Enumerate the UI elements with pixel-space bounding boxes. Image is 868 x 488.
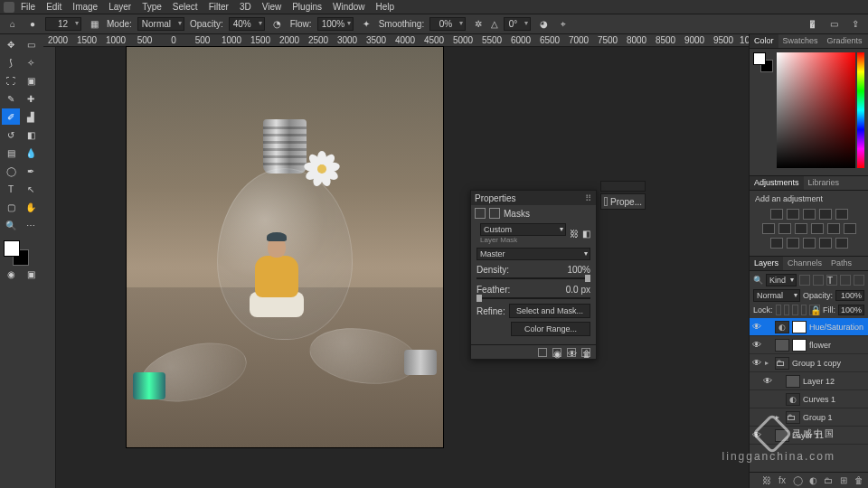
smoothing-settings-icon[interactable]: ✲ [471, 17, 486, 32]
heal-tool-icon[interactable]: ✚ [22, 90, 40, 107]
layer-name[interactable]: Layer 11 [792, 431, 866, 440]
layer-name[interactable]: Curves 1 [803, 395, 866, 404]
tab-paths[interactable]: Paths [826, 257, 856, 270]
layer-thumb[interactable] [786, 375, 800, 388]
wand-tool-icon[interactable]: ✧ [22, 54, 40, 70]
filter-shape-icon[interactable] [840, 275, 851, 286]
adj-brightness-icon[interactable] [770, 209, 783, 220]
eraser-tool-icon[interactable]: ◧ [22, 127, 40, 143]
ruler-horizontal[interactable]: 2000150010005000500100015002000250030003… [43, 34, 749, 47]
adj-bw-icon[interactable] [795, 223, 807, 234]
layer-name[interactable]: Group 1 [803, 413, 866, 422]
feather-slider[interactable] [476, 297, 590, 299]
brush-panel-icon[interactable]: ▦ [87, 17, 101, 32]
properties-collapsed-tab[interactable]: Prope... [600, 193, 646, 210]
float-tab-header[interactable] [600, 181, 646, 192]
brush-tool-icon[interactable]: ✐ [2, 108, 20, 125]
adj-photofilter-icon[interactable] [811, 223, 824, 234]
new-layer-icon[interactable]: ⊞ [838, 475, 849, 486]
fx-icon[interactable]: fx [777, 475, 788, 486]
layer-row[interactable]: 👁Hue/Saturation 1 [750, 318, 868, 336]
layer-row[interactable]: 👁▸🗀Group 1 copy [750, 354, 868, 372]
color-picker[interactable] [750, 49, 868, 175]
layer-row[interactable]: 👁flower [750, 336, 868, 354]
menu-layer[interactable]: Layer [104, 2, 136, 12]
menu-image[interactable]: Image [68, 2, 102, 12]
filter-kind-dropdown[interactable]: Kind [766, 274, 797, 286]
density-value[interactable]: 100% [567, 265, 590, 275]
frame-tool-icon[interactable]: ▣ [22, 72, 40, 89]
tab-color[interactable]: Color [750, 34, 778, 48]
color-field[interactable] [777, 52, 855, 168]
lock-transparent-icon[interactable] [776, 305, 781, 315]
visibility-icon[interactable]: 👁 [762, 376, 773, 386]
adj-invert-icon[interactable] [770, 238, 783, 249]
tab-libraries[interactable]: Libraries [804, 176, 844, 190]
adj-colorbalance-icon[interactable] [778, 223, 791, 234]
layer-row[interactable]: 👁 Layer 12 [750, 372, 868, 390]
select-and-mask-button[interactable]: Select and Mask... [509, 304, 590, 318]
group-icon[interactable]: 🗀 [823, 475, 834, 486]
tab-gradients[interactable]: Gradients [823, 34, 867, 48]
mask-thumb[interactable] [792, 339, 807, 352]
filter-type-icon[interactable]: T [826, 275, 837, 286]
adj-posterize-icon[interactable] [787, 238, 799, 249]
share-icon[interactable]: ⇪ [848, 17, 863, 32]
edit-toolbar-icon[interactable]: ⋯ [22, 217, 40, 233]
adj-levels-icon[interactable] [787, 209, 799, 220]
layer-row[interactable]: Curves 1 [750, 390, 868, 408]
canvas-area[interactable] [56, 47, 749, 488]
filter-adj-icon[interactable] [813, 275, 824, 286]
channel-dropdown[interactable]: Master [476, 248, 590, 260]
layer-thumb[interactable] [775, 339, 789, 352]
pressure-opacity-icon[interactable]: ◔ [270, 17, 285, 32]
menu-edit[interactable]: Edit [42, 2, 66, 12]
delete-mask-icon[interactable]: 🗑 [581, 348, 590, 357]
density-slider[interactable] [476, 277, 590, 279]
tab-channels[interactable]: Channels [783, 257, 826, 270]
smoothing-value[interactable]: 0% [429, 17, 466, 31]
lock-position-icon[interactable] [792, 305, 797, 315]
crop-tool-icon[interactable]: ⛶ [2, 72, 20, 89]
visibility-icon[interactable]: 👁 [751, 430, 762, 440]
hand-tool-icon[interactable]: ✋ [22, 199, 40, 215]
ruler-vertical[interactable] [43, 47, 56, 488]
zoom-tool-icon[interactable]: 🔍 [2, 217, 20, 233]
visibility-icon[interactable]: 👁 [751, 322, 762, 332]
flow-value[interactable]: 100% [317, 17, 354, 31]
adj-channelmixer-icon[interactable] [827, 223, 840, 234]
apply-mask-icon[interactable]: ◉ [552, 348, 561, 357]
menu-help[interactable]: Help [372, 2, 400, 12]
blend-mode-dropdown[interactable]: Normal [137, 17, 184, 31]
angle-value[interactable]: 0° [504, 17, 531, 31]
gradient-tool-icon[interactable]: ▤ [2, 145, 20, 161]
layer-thumb[interactable] [775, 429, 789, 442]
quickmask-icon[interactable]: ◉ [2, 266, 20, 282]
link-layers-icon[interactable]: ⛓ [761, 475, 772, 486]
adj-selective-icon[interactable] [835, 238, 848, 249]
color-range-button[interactable]: Color Range... [511, 322, 590, 336]
menu-filter[interactable]: Filter [204, 2, 233, 12]
menu-file[interactable]: File [16, 2, 40, 12]
dodge-tool-icon[interactable]: ◯ [2, 163, 20, 179]
marquee-tool-icon[interactable]: ▭ [22, 36, 40, 52]
layer-name[interactable]: Hue/Saturation 1 [809, 323, 866, 332]
adj-lookup-icon[interactable] [844, 223, 856, 234]
opacity-value[interactable]: 40% [229, 17, 265, 31]
pen-tool-icon[interactable]: ✒ [22, 163, 40, 179]
color-swatch[interactable] [2, 239, 38, 264]
adj-vibrance-icon[interactable] [835, 209, 848, 220]
move-tool-icon[interactable]: ✥ [2, 36, 20, 52]
tab-layers[interactable]: Layers [750, 257, 783, 270]
symmetry-icon[interactable]: ⌖ [556, 17, 571, 32]
lock-artboard-icon[interactable] [801, 305, 807, 315]
load-selection-icon[interactable] [538, 348, 547, 357]
lock-all-icon[interactable]: 🔒 [809, 305, 820, 315]
filter-pixel-icon[interactable] [799, 275, 810, 286]
workspace-icon[interactable]: ▭ [826, 17, 841, 32]
delete-layer-icon[interactable]: 🗑 [854, 475, 864, 486]
layer-row[interactable]: ▸🗀Group 1 [750, 408, 868, 427]
expand-icon[interactable]: ▸ [776, 413, 783, 421]
layer-name[interactable]: Layer 12 [803, 377, 866, 386]
mask-thumb[interactable] [792, 321, 807, 333]
